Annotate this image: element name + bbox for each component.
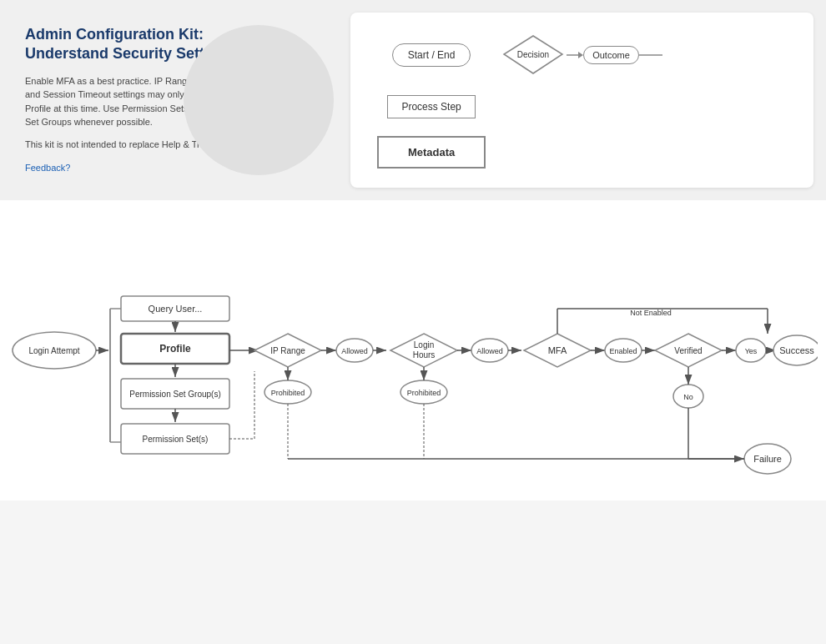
legend-decision: Decision Outcome xyxy=(500,32,664,78)
metadata-shape: Metadata xyxy=(377,136,486,169)
legend-start-end: Start / End xyxy=(375,43,487,67)
legend-panel: Start / End Decision Outcome Process Ste… xyxy=(350,13,813,188)
start-end-shape: Start / End xyxy=(392,43,471,67)
ip-range-label: IP Range xyxy=(270,346,305,355)
enabled-label: Enabled xyxy=(609,347,637,355)
success-label: Success xyxy=(779,345,814,355)
profile-label: Profile xyxy=(159,343,191,355)
not-enabled-label: Not Enabled xyxy=(630,309,672,317)
ps-label: Permission Set(s) xyxy=(143,435,209,444)
prohibited2-label: Prohibited xyxy=(407,389,441,397)
decision-shape: Decision xyxy=(500,32,567,78)
left-panel: Admin Configuration Kit: Understand Secu… xyxy=(0,0,284,200)
description-text: Enable MFA as a best practice. IP Ranges… xyxy=(25,74,259,129)
process-step-shape: Process Step xyxy=(387,95,475,118)
flowchart-svg: Login Attempt Query User... Profile Perm… xyxy=(8,217,818,484)
failure-label: Failure xyxy=(753,454,782,464)
no-label: No xyxy=(683,393,693,401)
outcome-shape: Outcome xyxy=(583,46,639,64)
login-hours-label: Login xyxy=(414,340,434,350)
allowed2-label: Allowed xyxy=(476,347,503,355)
psg-label: Permission Set Group(s) xyxy=(129,390,220,399)
login-hours-label2: Hours xyxy=(413,350,436,360)
legend-process-step: Process Step xyxy=(375,95,487,118)
prohibited1-label: Prohibited xyxy=(271,389,305,397)
query-user-label: Query User... xyxy=(149,304,203,314)
page-title: Admin Configuration Kit: Understand Secu… xyxy=(25,25,259,64)
svg-text:Decision: Decision xyxy=(517,50,549,59)
allowed1-label: Allowed xyxy=(341,347,368,355)
trailing-line xyxy=(639,47,664,63)
verified-label: Verified xyxy=(674,346,702,355)
connector-line xyxy=(567,47,583,63)
login-attempt-label: Login Attempt xyxy=(28,346,79,355)
legend-metadata: Metadata xyxy=(375,136,487,169)
mfa-label: MFA xyxy=(548,345,567,355)
flow-area: Login Attempt Query User... Profile Perm… xyxy=(0,200,826,501)
yes-label: Yes xyxy=(745,347,758,355)
feedback-link[interactable]: Feedback? xyxy=(25,163,70,173)
note-text: This kit is not intended to replace Help… xyxy=(25,138,259,152)
